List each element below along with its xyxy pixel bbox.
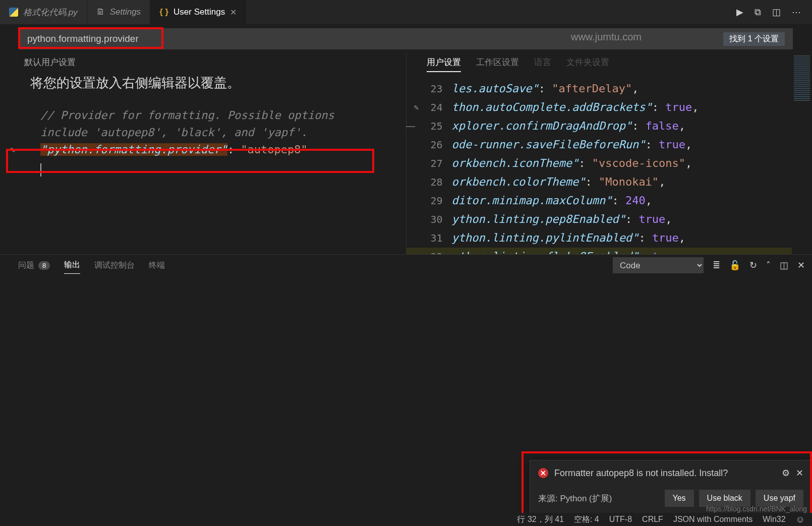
- setting-comment-line: include 'autopep8', 'black', and 'yapf'.: [40, 124, 406, 141]
- line-number: 25: [427, 118, 452, 135]
- close-icon[interactable]: ✕: [796, 467, 803, 479]
- setting-comment-line: // Provider for formatting. Possible opt…: [40, 107, 406, 124]
- default-settings-hint: 将您的设置放入右侧编辑器以覆盖。: [0, 70, 406, 98]
- search-result-count: 找到 1 个设置: [723, 32, 785, 46]
- line-number: 30: [427, 211, 452, 228]
- editor-sash[interactable]: [406, 126, 415, 127]
- settings-search-bar: www.jumtu.com 找到 1 个设置: [19, 28, 793, 49]
- settings-split-editor: 默认用户设置 将您的设置放入右侧编辑器以覆盖。 // Provider for …: [0, 53, 812, 254]
- subtab-user[interactable]: 用户设置: [427, 56, 461, 72]
- subtab-workspace[interactable]: 工作区设置: [476, 56, 519, 72]
- maximize-panel-icon[interactable]: ◫: [780, 260, 788, 271]
- notification-toast: ✕ Formatter autopep8 is not installed. I…: [530, 460, 812, 514]
- edit-pencil-icon[interactable]: ✎: [10, 143, 15, 156]
- line-number: 27: [427, 155, 452, 172]
- error-icon: ✕: [538, 468, 548, 478]
- gear-icon[interactable]: [782, 467, 790, 479]
- tab-label: 格式化代码.py: [23, 7, 78, 18]
- code-content: les.autoSave": "afterDelay",: [452, 80, 639, 98]
- file-icon: 🗎: [96, 7, 105, 17]
- settings-search-input[interactable]: [27, 33, 723, 44]
- code-content: ython.linting.flake8Enabled": true: [452, 248, 679, 254]
- setting-value: "autopep8": [241, 143, 307, 156]
- status-eol[interactable]: CRLF: [642, 515, 663, 524]
- refresh-icon[interactable]: ↻: [749, 260, 757, 271]
- panel-tab-debug[interactable]: 调试控制台: [94, 257, 135, 274]
- settings-scope-tabs: 用户设置 工作区设置 语言 文件夹设置: [407, 53, 813, 77]
- setting-key: "python.formatting.provider": [40, 143, 227, 156]
- split-diff-icon[interactable]: ⧉: [755, 7, 761, 18]
- close-icon[interactable]: ✕: [230, 8, 237, 17]
- code-content: ditor.minimap.maxColumn": 240,: [452, 192, 652, 210]
- notif-button-use-black[interactable]: Use black: [699, 490, 750, 507]
- code-content: ode-runner.saveFileBeforeRun": true,: [452, 136, 692, 154]
- line-number: 26: [427, 137, 452, 153]
- subtab-folder[interactable]: 文件夹设置: [566, 56, 609, 72]
- code-line: 32ython.linting.flake8Enabled": true: [407, 248, 813, 254]
- status-language-mode[interactable]: JSON with Comments: [673, 515, 752, 524]
- editor-tab-bar: 格式化代码.py 🗎 Settings { } User Settings ✕ …: [0, 0, 812, 24]
- panel-tab-terminal[interactable]: 终端: [149, 257, 165, 274]
- code-content: thon.autoComplete.addBrackets": true,: [452, 98, 699, 116]
- panel-tab-problems[interactable]: 问题 8: [18, 257, 50, 274]
- tab-python-file[interactable]: 格式化代码.py: [0, 0, 87, 24]
- editor-actions: ▶ ⧉ ◫ ⋯: [730, 0, 807, 24]
- more-icon[interactable]: ⋯: [792, 7, 801, 18]
- panel-tabs: 问题 8 输出 调试控制台 终端 Code ≣ 🔓 ↻ ˄ ◫ ✕: [0, 255, 812, 274]
- panel-tab-label: 问题: [18, 260, 34, 271]
- default-settings-pane: 默认用户设置 将您的设置放入右侧编辑器以覆盖。 // Provider for …: [0, 53, 407, 254]
- code-content: ython.linting.pep8Enabled": true,: [452, 210, 672, 228]
- default-settings-code[interactable]: // Provider for formatting. Possible opt…: [0, 98, 406, 177]
- status-bar: 行 32，列 41 空格: 4 UTF-8 CRLF JSON with Com…: [0, 513, 812, 526]
- text-caret: [40, 163, 41, 177]
- line-number: 29: [427, 193, 452, 209]
- code-line: 27orkbench.iconTheme": "vscode-icons",: [407, 154, 813, 173]
- tab-label: User Settings: [173, 7, 225, 17]
- code-line: ✎24thon.autoComplete.addBrackets": true,: [407, 98, 813, 117]
- tab-user-settings[interactable]: { } User Settings ✕: [150, 0, 246, 24]
- layout-icon[interactable]: ◫: [772, 7, 781, 18]
- user-settings-pane: 用户设置 工作区设置 语言 文件夹设置 23les.autoSave": "af…: [407, 53, 813, 254]
- user-settings-code[interactable]: 23les.autoSave": "afterDelay",✎24thon.au…: [407, 77, 813, 254]
- status-cursor-position[interactable]: 行 32，列 41: [517, 514, 563, 525]
- output-channel-select[interactable]: Code: [613, 257, 704, 273]
- tab-settings[interactable]: 🗎 Settings: [87, 0, 150, 24]
- editor-minimap[interactable]: [792, 53, 812, 254]
- status-os[interactable]: Win32: [763, 515, 785, 524]
- clear-output-icon[interactable]: ≣: [713, 260, 720, 271]
- lock-scroll-icon[interactable]: 🔓: [729, 260, 740, 271]
- status-encoding[interactable]: UTF-8: [609, 515, 632, 524]
- json-braces-icon: { }: [159, 7, 168, 17]
- line-number: 28: [427, 174, 452, 191]
- line-number: 32: [427, 249, 452, 254]
- subtab-language[interactable]: 语言: [534, 56, 551, 72]
- status-indentation[interactable]: 空格: 4: [574, 514, 599, 525]
- collapse-icon[interactable]: ˄: [766, 260, 771, 271]
- code-content: orkbench.colorTheme": "Monokai",: [452, 173, 666, 191]
- code-line: 25xplorer.confirmDragAndDrop": false,: [407, 117, 813, 136]
- panel-tab-output[interactable]: 输出: [64, 257, 80, 274]
- problems-count-badge: 8: [38, 261, 50, 270]
- default-settings-title: 默认用户设置: [0, 53, 406, 70]
- code-content: xplorer.confirmDragAndDrop": false,: [452, 117, 686, 135]
- close-panel-icon[interactable]: ✕: [797, 260, 805, 271]
- line-number: 24: [427, 99, 452, 116]
- line-number: 23: [427, 81, 452, 97]
- notification-message: Formatter autopep8 is not installed. Ins…: [554, 468, 728, 479]
- feedback-icon[interactable]: ☺: [796, 514, 805, 525]
- tab-label: Settings: [110, 7, 141, 17]
- line-number: 31: [427, 230, 452, 247]
- notif-button-use-yapf[interactable]: Use yapf: [756, 490, 803, 507]
- edit-pencil-icon[interactable]: ✎: [407, 101, 427, 114]
- notif-button-yes[interactable]: Yes: [665, 490, 694, 507]
- code-line: 28orkbench.colorTheme": "Monokai",: [407, 173, 813, 192]
- code-content: orkbench.iconTheme": "vscode-icons",: [452, 154, 692, 172]
- code-content: ython.linting.pylintEnabled": true,: [452, 229, 686, 247]
- notification-source: 来源: Python (扩展): [538, 493, 612, 504]
- code-line: 26ode-runner.saveFileBeforeRun": true,: [407, 136, 813, 154]
- code-line: 31ython.linting.pylintEnabled": true,: [407, 229, 813, 248]
- code-line: 29ditor.minimap.maxColumn": 240,: [407, 192, 813, 210]
- python-icon: [9, 8, 18, 17]
- run-icon[interactable]: ▶: [736, 7, 743, 18]
- code-line: 23les.autoSave": "afterDelay",: [407, 80, 813, 98]
